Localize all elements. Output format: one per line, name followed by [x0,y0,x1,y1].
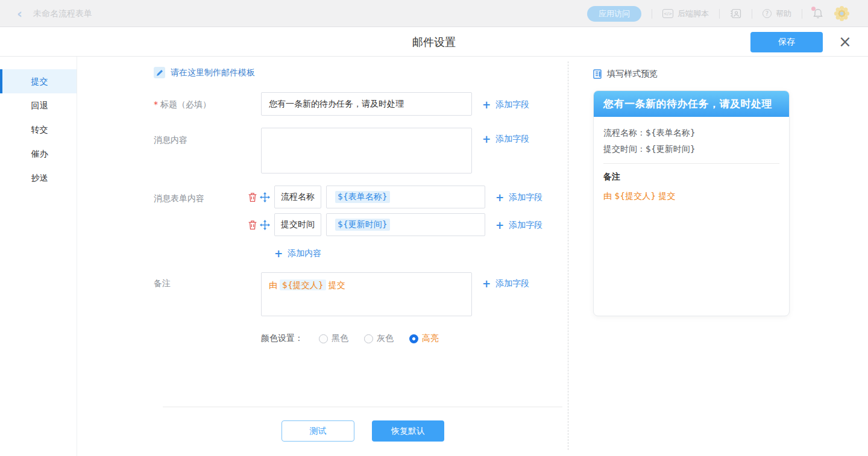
user-avatar[interactable] [834,5,850,22]
title-field-label: *标题（必填） [154,98,211,110]
help-button[interactable]: ? 帮助 [763,8,791,19]
required-asterisk: * [154,99,158,109]
radio-gray-label: 灰色 [377,333,394,344]
notification-dot [811,7,816,11]
remark-suffix: 提交 [329,280,345,290]
question-icon: ? [763,9,772,18]
remark-label: 备注 [154,277,171,289]
divider [802,9,802,19]
footer-divider [163,407,562,407]
plus-icon: + [482,279,491,289]
sidebar-item-forward[interactable]: 转交 [0,117,77,142]
add-field-link-title[interactable]: + 添加字段 [482,99,529,110]
field-token: ${更新时间} [335,219,390,231]
reset-default-button[interactable]: 恢复默认 [372,420,444,442]
radio-icon [319,334,328,343]
screen: ‹ 未命名流程表单 应用访问 </> 后端脚本 ? 帮助 [0,0,868,456]
preview-card-title: 您有一条新的待办任务，请及时处理 [594,91,789,117]
close-icon[interactable]: × [835,32,855,51]
preview-card: 您有一条新的待办任务，请及时处理 流程名称：${表单名称} 提交时间：${更新时… [593,90,790,316]
notification-bell-button[interactable] [813,8,823,19]
message-content-textarea[interactable] [261,128,472,173]
test-button[interactable]: 测试 [281,420,354,442]
color-setting-row: 颜色设置： 黑色 灰色 高亮 [261,333,439,344]
add-field-link-row1[interactable]: + 添加字段 [495,192,542,203]
row-token-input[interactable]: ${表单名称} [326,186,485,208]
message-content-label: 消息内容 [154,134,187,146]
vertical-dashed-divider [568,61,568,450]
email-settings-form: 请在这里制作邮件模板 *标题（必填） + 添加字段 消息内容 + 添加字段 消息… [77,57,868,456]
radio-black-label: 黑色 [332,333,348,344]
sidebar-item-return[interactable]: 回退 [0,93,77,117]
radio-icon [364,334,373,343]
sidebar-item-submit[interactable]: 提交 [0,69,77,93]
add-content-link[interactable]: + 添加内容 [274,248,321,259]
plus-icon: + [482,100,491,110]
contact-card-icon [730,8,741,19]
delete-row-icon[interactable] [248,220,258,230]
app-topbar: ‹ 未命名流程表单 应用访问 </> 后端脚本 ? 帮助 [0,0,868,27]
divider [652,9,652,19]
row-token-input[interactable]: ${更新时间} [326,213,485,236]
app-access-button[interactable]: 应用访问 [587,6,641,22]
add-field-link-remark[interactable]: + 添加字段 [482,278,529,289]
sidebar-item-cc[interactable]: 抄送 [0,166,77,190]
move-row-icon[interactable] [260,220,270,230]
plus-icon: + [495,220,504,231]
remark-editor[interactable]: 由${提交人}提交 [261,272,472,316]
backend-script-button[interactable]: </> 后端脚本 [662,8,709,19]
divider [719,9,720,19]
preview-remark-text: 由 ${提交人} 提交 [603,191,779,202]
page-title: 未命名流程表单 [33,8,92,19]
backend-script-label: 后端脚本 [678,8,709,19]
radio-highlight-label: 高亮 [422,333,439,344]
row-key-input[interactable] [274,186,321,208]
preview-header: 填写样式预览 [593,69,658,80]
radio-black[interactable]: 黑色 [319,333,348,344]
help-label: 帮助 [776,8,791,19]
preview-field-line: 提交时间：${更新时间} [603,141,779,157]
template-hint: 请在这里制作邮件模板 [154,67,255,78]
field-token: ${表单名称} [335,191,390,203]
sidebar-item-urge[interactable]: 催办 [0,142,77,166]
save-button[interactable]: 保存 [750,32,823,52]
pencil-icon [154,67,165,78]
radio-highlight[interactable]: 高亮 [409,333,439,344]
color-setting-label: 颜色设置： [261,333,303,344]
plus-icon: + [482,134,491,145]
back-chevron-icon[interactable]: ‹ [17,7,22,20]
radio-gray[interactable]: 灰色 [364,333,394,344]
message-form-label: 消息表单内容 [154,192,204,204]
delete-row-icon[interactable] [248,192,258,202]
row-key-input[interactable] [274,213,321,236]
divider [752,9,752,19]
submitter-token: ${提交人} [280,280,326,290]
radio-checked-icon [409,334,418,343]
move-row-icon[interactable] [260,192,270,202]
preview-remark-label: 备注 [603,172,779,183]
plus-icon: + [274,249,283,259]
remark-prefix: 由 [269,280,277,290]
preview-field-line: 流程名称：${表单名称} [603,125,779,141]
document-icon [593,69,602,79]
modal-sidebar: 提交 回退 转交 催办 抄送 [0,57,77,456]
plus-icon: + [495,193,504,203]
title-input[interactable] [261,92,472,116]
add-field-link-message[interactable]: + 添加字段 [482,134,529,145]
modal-title: 邮件设置 [0,27,868,57]
add-field-link-row2[interactable]: + 添加字段 [495,220,542,231]
code-icon: </> [662,9,673,18]
modal-header: 邮件设置 保存 × [0,27,868,57]
preview-divider [603,163,779,164]
contact-card-button[interactable] [730,8,741,19]
